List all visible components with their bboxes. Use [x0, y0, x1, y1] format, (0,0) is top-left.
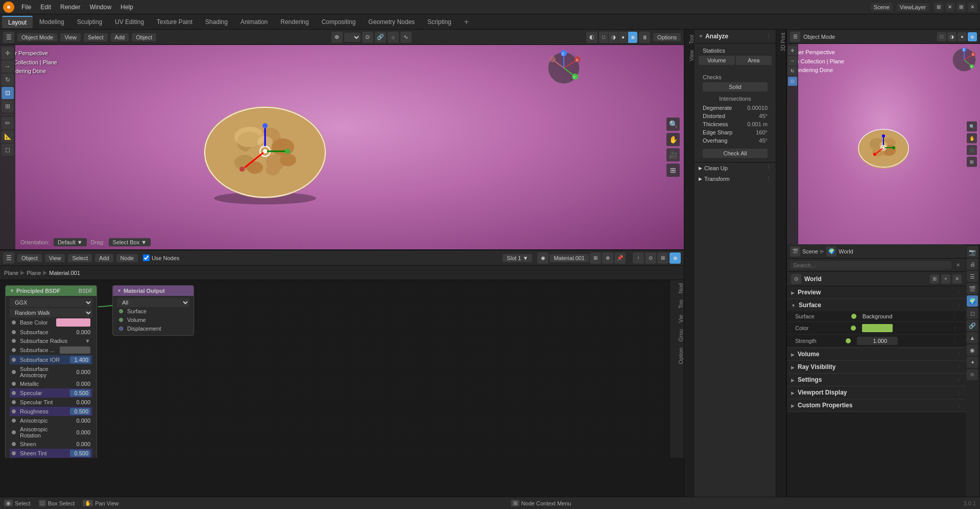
color-swatch[interactable] [862, 324, 893, 332]
camera-icon[interactable]: 🎥 [666, 148, 680, 161]
node-view-btn[interactable]: View [45, 254, 65, 262]
material-output-node[interactable]: ▼ Material Output All Surface [112, 285, 194, 336]
tab-scripting[interactable]: Scripting [421, 16, 458, 28]
props-vp-shading1-icon[interactable]: □ [937, 32, 946, 41]
view-tab[interactable]: View [684, 47, 695, 64]
pivot-icon[interactable]: ⊙ [362, 32, 373, 43]
anisotropic-value[interactable]: 0.000 [70, 418, 90, 424]
subsurface-value[interactable]: 0.000 [70, 329, 90, 335]
menu-help[interactable]: Help [116, 3, 137, 12]
tab-compositing[interactable]: Compositing [316, 16, 362, 28]
props-data-icon[interactable]: ▲ [967, 332, 978, 343]
snap-icon[interactable]: 🔗 [375, 32, 386, 43]
props-rotate-tool[interactable]: ↻ [788, 66, 797, 76]
solid-btn[interactable]: Solid [703, 82, 768, 91]
subsurface-ior-value[interactable]: 1.400 [70, 356, 90, 363]
viewport-menu-icon[interactable]: ☰ [3, 32, 14, 43]
viewport-3d[interactable]: User Perspective (1) Collection | Plane … [0, 45, 684, 249]
node-canvas[interactable]: ▼ Principled BSDF BSDF GGX Random [0, 280, 684, 458]
props-vp-pan-icon[interactable]: ✋ [967, 133, 977, 144]
vie-tab[interactable]: Vie [670, 312, 684, 326]
viewlayer-icon[interactable]: ⊞ [957, 3, 966, 12]
pin-material-icon[interactable]: 📌 [614, 252, 626, 264]
pan-icon[interactable]: ✋ [666, 133, 680, 146]
props-constraints-icon[interactable]: 🔗 [967, 320, 978, 331]
props-viewport-menu-icon[interactable]: ☰ [790, 32, 800, 42]
analyze-menu-icon[interactable]: ⋮ [766, 33, 772, 40]
tab-animation[interactable]: Animation [234, 16, 274, 28]
curve-icon[interactable]: ∿ [400, 32, 412, 43]
object-btn[interactable]: Object [132, 33, 156, 41]
check-all-btn[interactable]: Check All [703, 149, 768, 158]
node-add-btn[interactable]: Add [95, 254, 113, 262]
use-nodes-checkbox[interactable] [143, 254, 150, 261]
menu-render[interactable]: Render [56, 3, 84, 12]
ggx-select[interactable]: GGX [10, 298, 92, 307]
color-prop-menu[interactable]: ⋮ [952, 326, 958, 331]
node-active-icon[interactable]: ◉ [670, 252, 681, 264]
slot-btn[interactable]: Slot 1 ▼ [503, 254, 532, 262]
view-btn[interactable]: View [60, 33, 81, 41]
solid-shading-icon[interactable]: ◑ [609, 32, 618, 43]
orientation-default-btn[interactable]: Default ▼ [54, 238, 87, 246]
props-output-icon[interactable]: 🖨 [967, 259, 978, 270]
props-vp-grid-icon[interactable]: ⊞ [967, 157, 977, 167]
props-vp-shading2-icon[interactable]: ◑ [947, 32, 957, 41]
select-btn[interactable]: Select [84, 33, 108, 41]
material-name-btn[interactable]: Material.001 [549, 254, 589, 262]
custom-properties-menu-icon[interactable]: ⋮ [957, 403, 962, 408]
surface-header[interactable]: Surface ⋮ [787, 299, 966, 311]
rendered-icon[interactable]: ◉ [628, 32, 637, 43]
subsurface-anisotropy-value[interactable]: 0.000 [70, 369, 90, 375]
view-layer[interactable]: ViewLayer [897, 3, 929, 11]
unlink-material-icon[interactable]: ⊗ [602, 252, 613, 264]
menu-window[interactable]: Window [85, 3, 115, 12]
specular-value[interactable]: 0.500 [70, 389, 90, 397]
props-mini-viewport[interactable]: User Perspective (1) Collection | Plane … [787, 44, 980, 244]
material-sphere-icon[interactable]: ◉ [537, 252, 548, 264]
search-input[interactable] [790, 261, 951, 269]
breadcrumb-item-3[interactable]: Material.001 [49, 270, 80, 276]
nod-tab[interactable]: Nod [670, 280, 684, 296]
node-node-btn[interactable]: Node [116, 254, 138, 262]
props-world-icon[interactable]: 🌍 [826, 246, 836, 257]
node-arrange-icon[interactable]: ↑ [633, 252, 644, 264]
material-preview-icon[interactable]: ● [618, 32, 628, 43]
preview-menu-icon[interactable]: ⋮ [957, 290, 962, 295]
tab-sculpting[interactable]: Sculpting [71, 16, 108, 28]
props-render-icon[interactable]: 📷 [967, 246, 978, 258]
props-scale-tool[interactable]: ⊡ [788, 77, 797, 86]
surface-menu-icon[interactable]: ⋮ [957, 303, 962, 308]
tab-texture-paint[interactable]: Texture Paint [151, 16, 199, 28]
tab-layout[interactable]: Layout [2, 16, 33, 28]
props-scene-icon[interactable]: 🎬 [790, 246, 800, 257]
transform-orientation-icon[interactable]: ⊕ [331, 32, 343, 43]
node-editor-menu-icon[interactable]: ☰ [3, 252, 14, 264]
settings-header[interactable]: Settings ⋮ [787, 374, 966, 386]
breadcrumb-item-1[interactable]: Plane [4, 270, 18, 276]
viewport-display-header[interactable]: Viewport Display ⋮ [787, 386, 966, 399]
wireframe-icon[interactable]: □ [599, 32, 608, 43]
output-collapse-icon[interactable]: ▼ [117, 288, 122, 293]
props-physics-icon[interactable]: ⚛ [967, 369, 978, 380]
scene-name[interactable]: Scene [871, 3, 893, 11]
principled-bsdf-node[interactable]: ▼ Principled BSDF BSDF GGX Random [5, 285, 97, 458]
too-tab[interactable]: Too [670, 296, 684, 312]
world-shader-icon[interactable]: ⊙ [791, 274, 801, 284]
props-scene-label[interactable]: Scene [802, 248, 818, 254]
sheen-value[interactable]: 0.000 [70, 441, 90, 447]
roughness-value[interactable]: 0.500 [70, 408, 90, 415]
strength-input[interactable]: 1.000 [857, 337, 898, 345]
sheen-tint-value[interactable]: 0.500 [70, 450, 90, 457]
viewport-shading-icon[interactable]: ◐ [586, 32, 597, 43]
transform-menu-icon[interactable]: ⋮ [766, 175, 772, 182]
props-view-layer-icon[interactable]: ☰ [967, 271, 978, 282]
transform-row[interactable]: ▶ Transform ⋮ [695, 173, 776, 184]
node-grid-icon[interactable]: ⊞ [657, 252, 668, 264]
close-icon[interactable]: ✕ [945, 3, 954, 12]
close-search-icon[interactable]: ✕ [953, 261, 963, 270]
menu-edit[interactable]: Edit [36, 3, 55, 12]
cleanup-menu-icon[interactable]: ⋮ [766, 165, 772, 171]
volume-btn[interactable]: Volume [699, 56, 735, 65]
viewlayer-close-icon[interactable]: ✕ [968, 3, 977, 12]
